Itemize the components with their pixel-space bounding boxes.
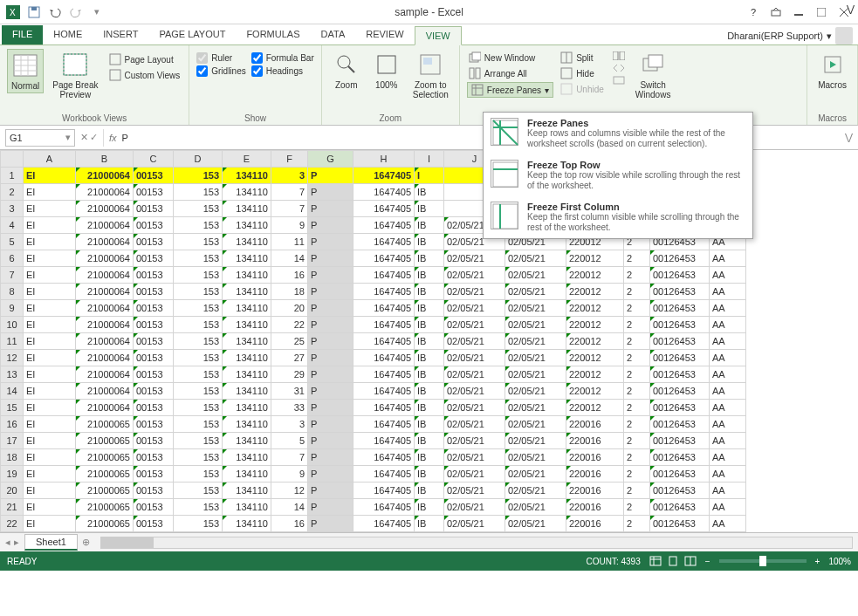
cell[interactable]: 02/05/21 xyxy=(505,400,566,416)
cell[interactable]: 2 xyxy=(624,383,650,400)
cell[interactable]: 134110 xyxy=(223,466,271,483)
cell[interactable]: 1647405 xyxy=(353,168,415,184)
cell[interactable]: 02/05/21 xyxy=(505,466,566,483)
cell[interactable]: IB xyxy=(415,317,444,333)
cell[interactable]: EI xyxy=(24,366,76,383)
cell[interactable]: EI xyxy=(24,184,76,201)
row-header[interactable]: 21 xyxy=(1,499,24,516)
row-header[interactable]: 5 xyxy=(1,234,24,250)
cell[interactable]: 1647405 xyxy=(353,284,415,300)
cell[interactable]: 02/05/21 xyxy=(444,383,505,400)
cell[interactable]: AA xyxy=(710,449,746,466)
cell[interactable]: P xyxy=(308,284,353,300)
cell[interactable]: 02/05/21 xyxy=(444,416,505,433)
cell[interactable]: P xyxy=(308,350,353,366)
cell[interactable]: 02/05/21 xyxy=(444,350,505,366)
cell[interactable]: 00126453 xyxy=(650,350,710,366)
cell[interactable]: EI xyxy=(24,499,76,516)
cell[interactable]: AA xyxy=(710,366,746,383)
cell[interactable]: 00126453 xyxy=(650,250,710,267)
cell[interactable]: 22 xyxy=(271,317,308,333)
cell[interactable]: IB xyxy=(415,400,444,416)
cell[interactable]: 02/05/21 xyxy=(505,333,566,350)
cell[interactable]: 21000064 xyxy=(76,168,134,184)
row-header[interactable]: 8 xyxy=(1,284,24,300)
cancel-icon[interactable]: ✕ xyxy=(80,132,88,143)
cell[interactable]: EI xyxy=(24,466,76,483)
cell[interactable]: 153 xyxy=(174,333,223,350)
cell[interactable]: IB xyxy=(415,499,444,516)
cell[interactable]: EI xyxy=(24,483,76,499)
cell[interactable]: AA xyxy=(710,433,746,449)
cell[interactable]: 153 xyxy=(174,449,223,466)
cell[interactable]: 153 xyxy=(174,168,223,184)
cell[interactable]: 21000064 xyxy=(76,201,134,217)
user-dropdown-icon[interactable]: ▾ xyxy=(827,31,832,42)
cell[interactable]: 02/05/21 xyxy=(444,267,505,284)
cell[interactable]: IB xyxy=(415,300,444,317)
cell[interactable]: P xyxy=(308,250,353,267)
cell[interactable]: 2 xyxy=(624,350,650,366)
collapse-ribbon-icon[interactable]: ⋁ xyxy=(847,3,855,15)
cell[interactable]: 00153 xyxy=(134,217,174,234)
col-header[interactable]: E xyxy=(223,151,271,168)
cell[interactable]: 220012 xyxy=(566,333,624,350)
cell[interactable]: 02/05/21 xyxy=(505,499,566,516)
cell[interactable]: P xyxy=(308,201,353,217)
cell[interactable]: EI xyxy=(24,201,76,217)
cell[interactable]: AA xyxy=(710,333,746,350)
cell[interactable]: 02/05/21 xyxy=(444,483,505,499)
cell[interactable]: 02/05/21 xyxy=(444,449,505,466)
cell[interactable]: 2 xyxy=(624,284,650,300)
cell[interactable]: 153 xyxy=(174,516,223,532)
reset-position-button[interactable] xyxy=(611,75,627,86)
cell[interactable]: EI xyxy=(24,284,76,300)
cell[interactable]: EI xyxy=(24,350,76,366)
cell[interactable]: 134110 xyxy=(223,284,271,300)
cell[interactable]: 153 xyxy=(174,499,223,516)
row-header[interactable]: 18 xyxy=(1,449,24,466)
cell[interactable]: 1647405 xyxy=(353,184,415,201)
row-header[interactable]: 19 xyxy=(1,466,24,483)
cell[interactable]: 02/05/21 xyxy=(444,400,505,416)
cell[interactable]: 2 xyxy=(624,466,650,483)
cell[interactable]: 1647405 xyxy=(353,466,415,483)
cell[interactable]: 220016 xyxy=(566,449,624,466)
freeze-option-1[interactable]: Freeze Top RowKeep the top row visible w… xyxy=(484,154,752,196)
cell[interactable]: P xyxy=(308,300,353,317)
cell[interactable]: P xyxy=(308,366,353,383)
cell[interactable]: IB xyxy=(415,350,444,366)
cell[interactable]: 134110 xyxy=(223,499,271,516)
cell[interactable]: 00126453 xyxy=(650,483,710,499)
redo-icon[interactable] xyxy=(66,3,86,22)
cell[interactable]: EI xyxy=(24,300,76,317)
cell[interactable]: 21000064 xyxy=(76,350,134,366)
cell[interactable]: 134110 xyxy=(223,416,271,433)
cell[interactable]: EI xyxy=(24,383,76,400)
cell[interactable]: 1647405 xyxy=(353,267,415,284)
formula-bar-checkbox[interactable]: Formula Bar xyxy=(251,52,314,64)
sync-scrolling-button[interactable] xyxy=(611,63,627,73)
cell[interactable]: 1647405 xyxy=(353,383,415,400)
cell[interactable]: 12 xyxy=(271,483,308,499)
cell[interactable]: 153 xyxy=(174,317,223,333)
cell[interactable]: 220012 xyxy=(566,383,624,400)
cell[interactable]: 220016 xyxy=(566,499,624,516)
expand-formula-bar-icon[interactable]: ⋁ xyxy=(840,132,858,143)
cell[interactable]: P xyxy=(308,184,353,201)
cell[interactable]: 3 xyxy=(271,168,308,184)
cell[interactable]: 00153 xyxy=(134,184,174,201)
cell[interactable]: 220012 xyxy=(566,400,624,416)
cell[interactable]: 220012 xyxy=(566,300,624,317)
cell[interactable]: 00126453 xyxy=(650,499,710,516)
cell[interactable]: 02/05/21 xyxy=(444,250,505,267)
cell[interactable]: 1647405 xyxy=(353,317,415,333)
tab-view[interactable]: VIEW xyxy=(415,26,462,45)
row-header[interactable]: 12 xyxy=(1,350,24,366)
cell[interactable]: 2 xyxy=(624,333,650,350)
cell[interactable]: AA xyxy=(710,300,746,317)
cell[interactable]: 02/05/21 xyxy=(444,516,505,532)
cell[interactable]: 220012 xyxy=(566,317,624,333)
cell[interactable]: AA xyxy=(710,383,746,400)
freeze-option-0[interactable]: Freeze PanesKeep rows and columns visibl… xyxy=(484,113,752,154)
